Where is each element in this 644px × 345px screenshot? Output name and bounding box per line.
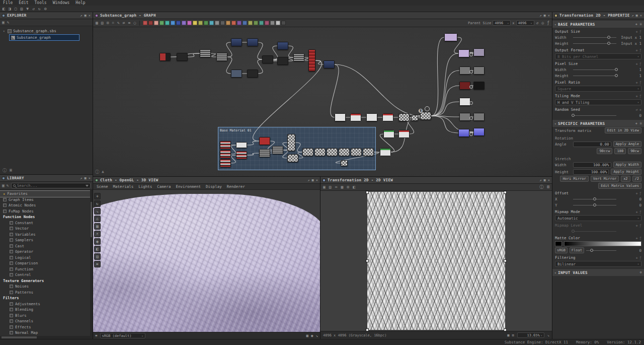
- dock-left-icon[interactable]: ◧: [3, 7, 5, 11]
- float-icon[interactable]: ↗: [307, 178, 309, 182]
- link-tool-icon[interactable]: ⇄: [122, 21, 126, 26]
- expose-icon[interactable]: ƒ: [639, 256, 641, 260]
- graph-badge-b[interactable]: B: [418, 108, 423, 113]
- viewport-menu-display[interactable]: Display: [206, 184, 222, 189]
- matte-slider-handle[interactable]: [590, 249, 593, 252]
- colorspace-dropdown[interactable]: sRGB (default)▾: [100, 333, 145, 338]
- library-item-patterns[interactable]: Patterns: [0, 290, 93, 296]
- graph-node-14[interactable]: [444, 33, 457, 41]
- maximize-icon[interactable]: ▣: [544, 178, 546, 182]
- close-icon[interactable]: ×: [548, 178, 550, 182]
- grid-icon[interactable]: ▦: [94, 223, 101, 230]
- library-item-blurs[interactable]: Blurs: [0, 313, 93, 319]
- library-item-noises[interactable]: Noises: [0, 284, 93, 290]
- pan-icon[interactable]: +: [94, 193, 101, 199]
- library-item-logical[interactable]: Logical: [0, 255, 93, 261]
- section-chevron-icon[interactable]: ▾: [554, 271, 556, 274]
- library-item-channels[interactable]: Channels: [0, 318, 93, 324]
- close-icon[interactable]: ×: [548, 14, 550, 18]
- library-horizontal-scrollbar[interactable]: [0, 336, 93, 339]
- float-icon[interactable]: ↗: [80, 176, 82, 180]
- menu-icon[interactable]: ≡: [95, 333, 98, 338]
- slider-track[interactable]: [573, 205, 616, 205]
- graph-warning-icon[interactable]: ▲: [102, 169, 104, 175]
- graph-node-29[interactable]: [382, 113, 393, 121]
- slider-handle[interactable]: [607, 42, 610, 45]
- canvas-2d[interactable]: [320, 191, 552, 331]
- graph-node-23[interactable]: [473, 113, 485, 121]
- graph-node-7[interactable]: [247, 70, 258, 78]
- section-menu-icon[interactable]: ✚: [635, 22, 638, 26]
- close-icon[interactable]: ×: [316, 178, 318, 182]
- explorer-graph-row[interactable]: Substance_graph: [9, 34, 79, 41]
- palette-node-icon-17[interactable]: [237, 21, 242, 25]
- save-image-icon[interactable]: ▣: [323, 185, 326, 189]
- graph-node-20[interactable]: [473, 82, 485, 90]
- slider-handle[interactable]: [593, 203, 596, 206]
- viewport-menu-environment[interactable]: Environment: [176, 184, 201, 189]
- library-item-adjustments[interactable]: Adjustments: [0, 301, 93, 307]
- graph-node-22[interactable]: [459, 113, 470, 121]
- expose-icon[interactable]: ✚: [636, 30, 638, 34]
- graph-node-51[interactable]: [341, 160, 348, 166]
- properties-section-input-values[interactable]: ▾INPUT VALUES⊕: [552, 269, 644, 276]
- channel-icon[interactable]: ◧: [352, 185, 356, 189]
- menu-item-file[interactable]: File: [0, 0, 16, 6]
- edit-in-2d-view-button[interactable]: Edit in 2D View: [605, 127, 641, 133]
- camera-icon[interactable]: ◉: [94, 238, 101, 245]
- fit-view-icon[interactable]: ↘: [547, 333, 549, 337]
- input-width[interactable]: 100.00%: [573, 162, 611, 168]
- expose-icon[interactable]: ƒ: [639, 81, 641, 85]
- viewport-menu-materials[interactable]: Materials: [113, 184, 134, 189]
- 90cw-button[interactable]: 90cw: [628, 148, 641, 154]
- expander-icon[interactable]: ▾: [3, 29, 6, 33]
- expose-icon[interactable]: ✚: [636, 94, 638, 98]
- explorer-package-row[interactable]: ▾ Substance_graph.sbs: [1, 28, 92, 34]
- viewport-menu-lights[interactable]: Lights: [138, 184, 152, 189]
- edit-matrix-values-button[interactable]: Edit Matrix Values: [598, 183, 641, 189]
- edit-icon[interactable]: ✎: [7, 20, 10, 25]
- graph-node-5[interactable]: [247, 38, 258, 46]
- expose-icon[interactable]: ƒ: [639, 62, 641, 66]
- matte-gradient-bar[interactable]: [564, 241, 641, 246]
- filter-preview-icon[interactable]: ◎: [541, 21, 544, 25]
- slider-handle[interactable]: [593, 197, 596, 200]
- transform-handle-left[interactable]: [366, 259, 369, 262]
- graph-node-11[interactable]: [293, 53, 304, 61]
- graph-node-0[interactable]: [159, 53, 171, 61]
- library-item-vector[interactable]: Vector: [0, 226, 93, 232]
- redo-icon[interactable]: ↻: [38, 7, 41, 11]
- library-item-texture-generators[interactable]: Texture Generators: [0, 278, 93, 284]
- palette-node-icon-3[interactable]: [159, 21, 164, 25]
- float-icon[interactable]: ↗: [539, 178, 541, 182]
- graph-node-4[interactable]: [231, 38, 242, 46]
- palette-node-icon-23[interactable]: [270, 21, 275, 25]
- filter-icon[interactable]: [86, 185, 89, 187]
- expose-icon[interactable]: ƒ: [639, 210, 641, 214]
- info-icon[interactable]: ⓘ: [539, 184, 544, 190]
- expose-icon[interactable]: ƒ: [639, 48, 641, 52]
- graph-node-33[interactable]: [383, 130, 394, 138]
- open-package-icon[interactable]: ▤: [20, 7, 23, 11]
- expose-icon[interactable]: ✚: [636, 191, 638, 195]
- library-item-filters[interactable]: Filters: [0, 295, 93, 301]
- library-item-samplers[interactable]: Samplers: [0, 237, 93, 243]
- expose-icon[interactable]: ✚: [636, 210, 638, 214]
- library-item-fxmap-nodes[interactable]: FxMap Nodes: [0, 209, 93, 215]
- expose-icon[interactable]: ƒ: [639, 191, 641, 195]
- transform-center-handle[interactable]: [434, 259, 438, 263]
- dropdown-square[interactable]: Square▾: [555, 86, 641, 92]
- palette-node-icon-22[interactable]: [265, 21, 269, 25]
- palette-node-icon-16[interactable]: [231, 21, 236, 25]
- input-height[interactable]: 100.00%: [573, 169, 609, 175]
- palette-node-icon-25[interactable]: [281, 21, 286, 25]
- pixel-grid-icon[interactable]: ⊞: [512, 333, 514, 337]
- transform-handle-top-right[interactable]: [504, 191, 507, 194]
- palette-node-icon-18[interactable]: [243, 21, 247, 25]
- transform-handle-top-left[interactable]: [366, 191, 369, 194]
- maximize-icon[interactable]: ▣: [544, 14, 546, 18]
- layout-icon[interactable]: ▤: [101, 21, 104, 26]
- matte-slider-track[interactable]: [586, 250, 616, 251]
- viewport-menu-camera[interactable]: Camera: [157, 184, 171, 189]
- preview-icon[interactable]: ○: [133, 21, 136, 26]
